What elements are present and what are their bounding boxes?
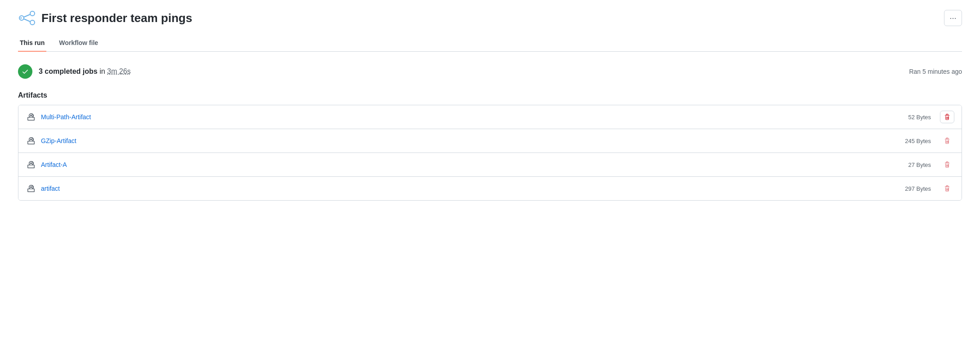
svg-line-3 xyxy=(24,14,30,17)
trash-icon xyxy=(944,114,950,120)
artifacts-table: Multi-Path-Artifact 52 Bytes GZip-Artifa… xyxy=(18,105,962,201)
page-title: First responder team pings xyxy=(41,11,192,25)
artifact-size: 52 Bytes xyxy=(899,114,931,121)
svg-point-2 xyxy=(30,20,35,25)
artifact-row: GZip-Artifact 245 Bytes xyxy=(18,129,962,153)
tab-workflow-file[interactable]: Workflow file xyxy=(57,35,100,52)
trash-icon xyxy=(944,162,950,168)
svg-marker-5 xyxy=(21,17,22,19)
artifact-row: Multi-Path-Artifact 52 Bytes xyxy=(18,105,962,129)
delete-artifact-button[interactable] xyxy=(940,111,954,123)
delete-artifact-button[interactable] xyxy=(940,158,954,171)
svg-point-1 xyxy=(30,11,35,16)
trash-icon xyxy=(944,185,950,192)
ran-ago-label: Ran 5 minutes ago xyxy=(909,68,962,75)
status-row: 3 completed jobs in 3m 26s Ran 5 minutes… xyxy=(18,64,962,79)
artifact-row: artifact 297 Bytes xyxy=(18,177,962,200)
artifact-name[interactable]: Artifact-A xyxy=(41,161,899,168)
page-wrapper: First responder team pings ··· This run … xyxy=(0,0,980,341)
artifact-icon xyxy=(26,112,36,122)
status-left: 3 completed jobs in 3m 26s xyxy=(18,64,131,79)
artifact-row: Artifact-A 27 Bytes xyxy=(18,153,962,177)
artifact-size: 27 Bytes xyxy=(899,162,931,168)
delete-artifact-button[interactable] xyxy=(940,135,954,147)
artifact-icon xyxy=(26,135,36,146)
completed-jobs-label: 3 completed jobs xyxy=(39,67,98,75)
artifact-name[interactable]: artifact xyxy=(41,185,899,192)
status-text: 3 completed jobs in 3m 26s xyxy=(39,67,131,76)
tab-bar: This run Workflow file xyxy=(18,34,962,52)
artifact-icon xyxy=(26,183,36,194)
trash-icon xyxy=(944,138,950,144)
success-icon xyxy=(18,64,32,79)
artifact-name[interactable]: GZip-Artifact xyxy=(41,137,899,144)
svg-line-4 xyxy=(24,19,30,22)
artifact-name[interactable]: Multi-Path-Artifact xyxy=(41,113,899,121)
artifact-size: 245 Bytes xyxy=(899,138,931,144)
artifact-size: 297 Bytes xyxy=(899,185,931,192)
artifact-icon xyxy=(26,159,36,170)
more-options-button[interactable]: ··· xyxy=(944,10,962,26)
duration-label[interactable]: 3m 26s xyxy=(107,67,130,75)
delete-artifact-button[interactable] xyxy=(940,182,954,195)
in-label: in xyxy=(99,67,107,75)
artifacts-section: Artifacts Multi-Path-Artifact 52 Bytes xyxy=(18,91,962,201)
workflow-icon xyxy=(18,9,36,27)
header-left: First responder team pings xyxy=(18,9,192,27)
more-options-icon: ··· xyxy=(950,13,957,23)
page-header: First responder team pings ··· xyxy=(18,9,962,27)
artifacts-title: Artifacts xyxy=(18,91,962,99)
tab-this-run[interactable]: This run xyxy=(18,35,46,52)
